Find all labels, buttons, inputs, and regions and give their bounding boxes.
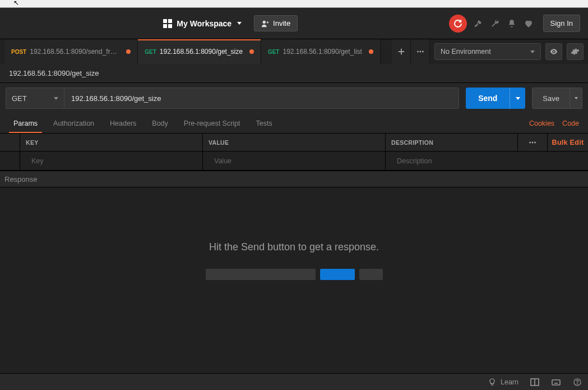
skeleton-block [320,269,355,280]
environment-label: No Environment [441,48,491,56]
chevron-down-icon [530,51,535,53]
code-link[interactable]: Code [562,120,579,127]
param-value-input[interactable] [209,152,385,170]
tab-title: 192.168.56.1:8090/get_size [160,48,243,56]
subtab-tests[interactable]: Tests [248,113,280,133]
send-button[interactable]: Send [466,88,510,109]
lightbulb-icon [487,377,497,387]
svg-point-10 [419,51,421,53]
satellite-icon[interactable] [473,18,484,29]
subtab-authorization[interactable]: Authorization [45,113,102,133]
url-input[interactable] [64,88,459,109]
invite-icon [261,20,269,27]
chevron-down-icon [516,97,520,100]
status-bar: Learn [0,373,588,390]
environment-area: No Environment [430,39,588,64]
params-header-description: DESCRIPTION [391,139,433,146]
svg-rect-3 [168,24,172,28]
param-description-input[interactable] [391,152,588,170]
svg-point-4 [263,20,266,23]
environment-preview-button[interactable] [545,43,562,60]
skeleton-block [359,269,383,280]
new-tab-button[interactable] [392,39,411,64]
subtab-body[interactable]: Body [144,113,176,133]
response-hint: Hit the Send button to get a response. [209,241,379,253]
response-body: Hit the Send button to get a response. [0,187,588,373]
tab-method: GET [268,49,280,55]
tab-strip: POST192.168.56.1:8090/send_from_GET192.1… [0,39,588,64]
environment-settings-button[interactable] [567,43,584,60]
workspace-dropdown[interactable]: My Workspace [159,16,246,31]
chevron-down-icon [54,97,58,100]
svg-rect-18 [552,380,560,385]
tab-title: 192.168.56.1:8090/send_from_ [30,48,119,56]
svg-rect-2 [163,24,167,28]
learn-label: Learn [501,378,518,386]
request-tab[interactable]: GET192.168.56.1:8090/get_list [261,39,381,64]
tab-title: 192.168.56.1:8090/get_list [283,48,362,56]
svg-point-24 [577,383,577,384]
tab-overflow-button[interactable] [411,39,430,64]
svg-rect-6 [267,21,268,24]
invite-label: Invite [273,19,290,27]
wrench-icon[interactable] [489,18,501,29]
sync-button[interactable] [449,15,467,33]
request-tab[interactable]: GET192.168.56.1:8090/get_size [138,39,261,64]
bell-icon[interactable] [506,18,517,29]
params-header-more-button[interactable] [517,134,548,151]
bulk-edit-link[interactable]: Bulk Edit [548,134,588,151]
environment-select[interactable]: No Environment [434,43,541,60]
grid-icon [163,19,172,28]
params-header-key: KEY [26,139,39,146]
heart-icon[interactable] [523,18,534,29]
request-tab[interactable]: POST192.168.56.1:8090/send_from_ [4,39,138,64]
request-subtabs: ParamsAuthorizationHeadersBodyPre-reques… [0,113,588,134]
params-header-value: VALUE [209,139,229,146]
svg-point-12 [553,51,555,53]
svg-point-9 [417,51,419,53]
response-title: Response [4,175,38,183]
params-header-row: KEY VALUE DESCRIPTION Bulk Edit [0,134,588,152]
send-dropdown-button[interactable] [510,88,525,109]
chevron-down-icon [575,97,578,99]
svg-point-11 [422,51,423,53]
http-method-select[interactable]: GET [6,88,64,109]
signin-button[interactable]: Sign In [543,15,580,32]
unsaved-dot-icon [369,49,373,54]
help-icon[interactable] [572,377,582,387]
http-method-label: GET [12,94,27,103]
save-button[interactable]: Save [532,88,570,109]
subtab-params[interactable]: Params [6,113,45,133]
subtab-pre-request-script[interactable]: Pre-request Script [176,113,248,133]
invite-button[interactable]: Invite [254,15,298,31]
save-dropdown-button[interactable] [570,88,582,109]
breadcrumb: 192.168.56.1:8090/get_size [0,64,588,83]
unsaved-dot-icon [126,49,131,54]
param-key-input[interactable] [26,152,202,170]
params-table: KEY VALUE DESCRIPTION Bulk Edit [0,134,588,171]
workspace-label: My Workspace [177,19,232,28]
svg-rect-8 [398,51,404,52]
unsaved-dot-icon [249,49,254,54]
svg-point-14 [532,141,534,143]
response-illustration [206,269,383,280]
shortcuts-icon[interactable] [551,377,561,387]
app-header: My Workspace Invite Sign In [0,8,588,39]
cookies-link[interactable]: Cookies [529,120,554,127]
learn-button[interactable]: Learn [487,377,518,387]
tab-method: POST [11,49,26,55]
tab-method: GET [145,49,156,55]
skeleton-block [206,269,316,280]
cursor-icon: ↖ [13,0,19,7]
subtab-headers[interactable]: Headers [102,113,144,133]
svg-rect-1 [168,19,172,23]
svg-point-15 [534,141,536,143]
panels-icon[interactable] [530,377,540,387]
chevron-down-icon [237,22,242,25]
breadcrumb-text: 192.168.56.1:8090/get_size [9,69,99,77]
window-chrome: ↖ [0,0,588,8]
response-section-header: Response [0,171,588,187]
request-builder: GET Send Save [0,83,588,113]
svg-rect-0 [163,19,167,23]
params-input-row [0,152,588,171]
